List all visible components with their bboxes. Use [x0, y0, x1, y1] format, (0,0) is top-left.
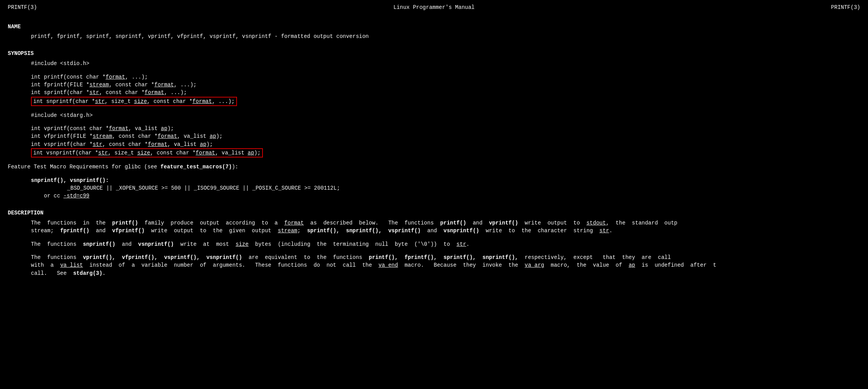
header-center: Linux Programmer's Manual: [393, 4, 474, 12]
header-left: PRINTF(3): [8, 4, 37, 12]
synopsis-section: SYNOPSIS #include <stdio.h> int printf(c…: [8, 50, 860, 200]
synopsis-title: SYNOPSIS: [8, 50, 860, 58]
func1-printf: int printf(const char *format, ...);: [31, 73, 860, 81]
page-header: PRINTF(3) Linux Programmer's Manual PRIN…: [8, 4, 860, 12]
func1-sprintf: int sprintf(char *str, const char *forma…: [31, 89, 860, 96]
description-para3: The functions vprintf(), vfprintf(), vsp…: [8, 254, 860, 277]
snprintf-label: snprintf(), vsnprintf():: [31, 177, 860, 184]
header-right: PRINTF(3): [831, 4, 860, 12]
or-line: or cc -std=c99: [31, 192, 860, 200]
func2-vsnprintf-highlighted: int vsnprintf(char *str, size_t size, co…: [31, 148, 860, 158]
description-title: DESCRIPTION: [8, 209, 860, 217]
condition-line: _BSD_SOURCE || _XOPEN_SOURCE >= 500 || _…: [31, 184, 860, 192]
description-section: DESCRIPTION The functions in the printf(…: [8, 209, 860, 277]
name-section: NAME printf, fprintf, sprintf, snprintf,…: [8, 23, 860, 41]
func2-vfprintf: int vfprintf(FILE *stream, const char *f…: [31, 132, 860, 140]
func2-vprintf: int vprintf(const char *format, va_list …: [31, 125, 860, 132]
func1-snprintf-highlighted: int snprintf(char *str, size_t size, con…: [31, 97, 860, 106]
name-content: printf, fprintf, sprintf, snprintf, vpri…: [8, 33, 860, 41]
description-para2: The functions snprintf() and vsnprintf()…: [8, 240, 860, 248]
include2: #include <stdarg.h>: [31, 111, 860, 119]
description-para1: The functions in the printf() family pro…: [8, 219, 860, 235]
name-title: NAME: [8, 23, 860, 31]
func2-vsprintf: int vsprintf(char *str, const char *form…: [31, 141, 860, 148]
snprintf-feature-block: snprintf(), vsnprintf(): _BSD_SOURCE || …: [8, 177, 860, 200]
feature-test-line: Feature Test Macro Requirements for glib…: [8, 163, 860, 171]
func1-fprintf: int fprintf(FILE *stream, const char *fo…: [31, 81, 860, 89]
include1: #include <stdio.h>: [31, 60, 860, 67]
